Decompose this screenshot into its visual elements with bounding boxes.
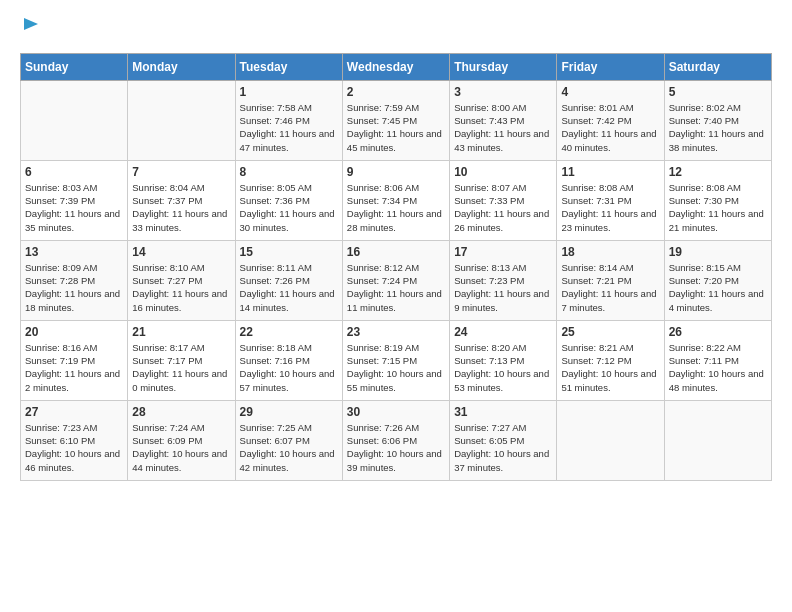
calendar-cell: 10Sunrise: 8:07 AM Sunset: 7:33 PM Dayli… — [450, 160, 557, 240]
day-info: Sunrise: 8:18 AM Sunset: 7:16 PM Dayligh… — [240, 341, 338, 394]
day-number: 21 — [132, 325, 230, 339]
day-info: Sunrise: 8:13 AM Sunset: 7:23 PM Dayligh… — [454, 261, 552, 314]
day-info: Sunrise: 8:09 AM Sunset: 7:28 PM Dayligh… — [25, 261, 123, 314]
day-info: Sunrise: 8:20 AM Sunset: 7:13 PM Dayligh… — [454, 341, 552, 394]
day-number: 25 — [561, 325, 659, 339]
col-header-sunday: Sunday — [21, 53, 128, 80]
calendar-cell: 22Sunrise: 8:18 AM Sunset: 7:16 PM Dayli… — [235, 320, 342, 400]
day-info: Sunrise: 8:11 AM Sunset: 7:26 PM Dayligh… — [240, 261, 338, 314]
calendar-cell: 12Sunrise: 8:08 AM Sunset: 7:30 PM Dayli… — [664, 160, 771, 240]
day-number: 29 — [240, 405, 338, 419]
calendar-cell — [664, 400, 771, 480]
day-number: 22 — [240, 325, 338, 339]
day-info: Sunrise: 7:23 AM Sunset: 6:10 PM Dayligh… — [25, 421, 123, 474]
col-header-wednesday: Wednesday — [342, 53, 449, 80]
day-number: 15 — [240, 245, 338, 259]
day-info: Sunrise: 8:00 AM Sunset: 7:43 PM Dayligh… — [454, 101, 552, 154]
day-info: Sunrise: 8:15 AM Sunset: 7:20 PM Dayligh… — [669, 261, 767, 314]
col-header-saturday: Saturday — [664, 53, 771, 80]
calendar-cell: 30Sunrise: 7:26 AM Sunset: 6:06 PM Dayli… — [342, 400, 449, 480]
calendar-cell: 21Sunrise: 8:17 AM Sunset: 7:17 PM Dayli… — [128, 320, 235, 400]
calendar-cell: 27Sunrise: 7:23 AM Sunset: 6:10 PM Dayli… — [21, 400, 128, 480]
calendar-cell: 1Sunrise: 7:58 AM Sunset: 7:46 PM Daylig… — [235, 80, 342, 160]
svg-marker-0 — [24, 18, 38, 30]
day-info: Sunrise: 8:06 AM Sunset: 7:34 PM Dayligh… — [347, 181, 445, 234]
calendar-cell: 25Sunrise: 8:21 AM Sunset: 7:12 PM Dayli… — [557, 320, 664, 400]
col-header-thursday: Thursday — [450, 53, 557, 80]
calendar-cell: 13Sunrise: 8:09 AM Sunset: 7:28 PM Dayli… — [21, 240, 128, 320]
day-number: 3 — [454, 85, 552, 99]
calendar-cell: 3Sunrise: 8:00 AM Sunset: 7:43 PM Daylig… — [450, 80, 557, 160]
calendar-cell: 17Sunrise: 8:13 AM Sunset: 7:23 PM Dayli… — [450, 240, 557, 320]
day-number: 26 — [669, 325, 767, 339]
col-header-tuesday: Tuesday — [235, 53, 342, 80]
day-number: 11 — [561, 165, 659, 179]
day-number: 17 — [454, 245, 552, 259]
col-header-monday: Monday — [128, 53, 235, 80]
calendar-week-4: 20Sunrise: 8:16 AM Sunset: 7:19 PM Dayli… — [21, 320, 772, 400]
calendar-cell: 2Sunrise: 7:59 AM Sunset: 7:45 PM Daylig… — [342, 80, 449, 160]
col-header-friday: Friday — [557, 53, 664, 80]
day-number: 20 — [25, 325, 123, 339]
logo — [20, 16, 40, 43]
calendar-cell: 16Sunrise: 8:12 AM Sunset: 7:24 PM Dayli… — [342, 240, 449, 320]
day-info: Sunrise: 8:19 AM Sunset: 7:15 PM Dayligh… — [347, 341, 445, 394]
day-info: Sunrise: 8:08 AM Sunset: 7:31 PM Dayligh… — [561, 181, 659, 234]
day-info: Sunrise: 8:14 AM Sunset: 7:21 PM Dayligh… — [561, 261, 659, 314]
calendar-cell: 4Sunrise: 8:01 AM Sunset: 7:42 PM Daylig… — [557, 80, 664, 160]
day-number: 19 — [669, 245, 767, 259]
calendar-cell: 29Sunrise: 7:25 AM Sunset: 6:07 PM Dayli… — [235, 400, 342, 480]
day-info: Sunrise: 7:24 AM Sunset: 6:09 PM Dayligh… — [132, 421, 230, 474]
page-header — [20, 16, 772, 43]
calendar-cell: 7Sunrise: 8:04 AM Sunset: 7:37 PM Daylig… — [128, 160, 235, 240]
day-number: 31 — [454, 405, 552, 419]
day-number: 24 — [454, 325, 552, 339]
day-number: 5 — [669, 85, 767, 99]
day-info: Sunrise: 8:16 AM Sunset: 7:19 PM Dayligh… — [25, 341, 123, 394]
day-info: Sunrise: 8:12 AM Sunset: 7:24 PM Dayligh… — [347, 261, 445, 314]
calendar-cell: 31Sunrise: 7:27 AM Sunset: 6:05 PM Dayli… — [450, 400, 557, 480]
day-number: 18 — [561, 245, 659, 259]
day-info: Sunrise: 8:04 AM Sunset: 7:37 PM Dayligh… — [132, 181, 230, 234]
day-number: 12 — [669, 165, 767, 179]
calendar-table: SundayMondayTuesdayWednesdayThursdayFrid… — [20, 53, 772, 481]
day-info: Sunrise: 8:01 AM Sunset: 7:42 PM Dayligh… — [561, 101, 659, 154]
calendar-week-1: 1Sunrise: 7:58 AM Sunset: 7:46 PM Daylig… — [21, 80, 772, 160]
day-number: 7 — [132, 165, 230, 179]
calendar-week-2: 6Sunrise: 8:03 AM Sunset: 7:39 PM Daylig… — [21, 160, 772, 240]
day-number: 2 — [347, 85, 445, 99]
day-info: Sunrise: 7:27 AM Sunset: 6:05 PM Dayligh… — [454, 421, 552, 474]
calendar-week-5: 27Sunrise: 7:23 AM Sunset: 6:10 PM Dayli… — [21, 400, 772, 480]
day-info: Sunrise: 8:07 AM Sunset: 7:33 PM Dayligh… — [454, 181, 552, 234]
day-info: Sunrise: 8:02 AM Sunset: 7:40 PM Dayligh… — [669, 101, 767, 154]
day-info: Sunrise: 8:08 AM Sunset: 7:30 PM Dayligh… — [669, 181, 767, 234]
calendar-cell: 8Sunrise: 8:05 AM Sunset: 7:36 PM Daylig… — [235, 160, 342, 240]
day-info: Sunrise: 7:58 AM Sunset: 7:46 PM Dayligh… — [240, 101, 338, 154]
calendar-cell: 14Sunrise: 8:10 AM Sunset: 7:27 PM Dayli… — [128, 240, 235, 320]
day-number: 23 — [347, 325, 445, 339]
day-number: 6 — [25, 165, 123, 179]
day-info: Sunrise: 7:25 AM Sunset: 6:07 PM Dayligh… — [240, 421, 338, 474]
day-number: 4 — [561, 85, 659, 99]
day-info: Sunrise: 8:05 AM Sunset: 7:36 PM Dayligh… — [240, 181, 338, 234]
calendar-cell: 6Sunrise: 8:03 AM Sunset: 7:39 PM Daylig… — [21, 160, 128, 240]
day-number: 9 — [347, 165, 445, 179]
day-info: Sunrise: 8:03 AM Sunset: 7:39 PM Dayligh… — [25, 181, 123, 234]
calendar-cell: 20Sunrise: 8:16 AM Sunset: 7:19 PM Dayli… — [21, 320, 128, 400]
day-number: 28 — [132, 405, 230, 419]
calendar-cell: 19Sunrise: 8:15 AM Sunset: 7:20 PM Dayli… — [664, 240, 771, 320]
calendar-cell: 26Sunrise: 8:22 AM Sunset: 7:11 PM Dayli… — [664, 320, 771, 400]
calendar-cell: 24Sunrise: 8:20 AM Sunset: 7:13 PM Dayli… — [450, 320, 557, 400]
day-number: 14 — [132, 245, 230, 259]
calendar-cell — [557, 400, 664, 480]
day-info: Sunrise: 8:21 AM Sunset: 7:12 PM Dayligh… — [561, 341, 659, 394]
day-number: 16 — [347, 245, 445, 259]
calendar-cell: 9Sunrise: 8:06 AM Sunset: 7:34 PM Daylig… — [342, 160, 449, 240]
day-number: 10 — [454, 165, 552, 179]
calendar-cell — [128, 80, 235, 160]
calendar-cell: 28Sunrise: 7:24 AM Sunset: 6:09 PM Dayli… — [128, 400, 235, 480]
calendar-week-3: 13Sunrise: 8:09 AM Sunset: 7:28 PM Dayli… — [21, 240, 772, 320]
calendar-cell: 23Sunrise: 8:19 AM Sunset: 7:15 PM Dayli… — [342, 320, 449, 400]
day-info: Sunrise: 7:59 AM Sunset: 7:45 PM Dayligh… — [347, 101, 445, 154]
calendar-cell — [21, 80, 128, 160]
